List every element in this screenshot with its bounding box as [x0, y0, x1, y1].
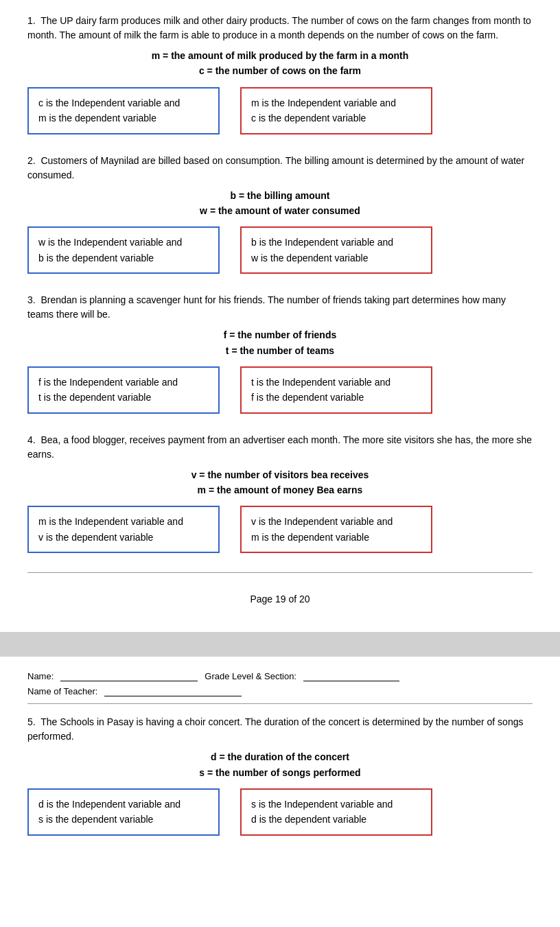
q3-number: 3. — [27, 294, 36, 305]
q5-red-line1: s is the Independent variable and — [251, 797, 421, 812]
name-line: Name: Grade Level & Section: — [27, 670, 533, 681]
question-4: 4. Bea, a food blogger, receives payment… — [27, 433, 533, 554]
q5-red-line2: d is the dependent variable — [251, 812, 421, 827]
q3-red-line2: f is the dependent variable — [251, 390, 421, 405]
q3-blue-line1: f is the Independent variable and — [38, 375, 209, 390]
q3-choice-red[interactable]: t is the Independent variable and f is t… — [240, 366, 432, 414]
q5-choice-blue[interactable]: d is the Independent variable and s is t… — [27, 788, 220, 836]
q5-text: The Schools in Pasay is having a choir c… — [27, 716, 523, 742]
q4-choices: m is the Independent variable and v is t… — [27, 506, 533, 553]
grade-field[interactable] — [303, 670, 399, 681]
q3-definitions: f = the number of friends t = the number… — [27, 327, 533, 358]
q2-text: Customers of Maynilad are billed based o… — [27, 155, 524, 180]
footer-divider — [27, 703, 533, 704]
page-divider-top — [27, 572, 533, 573]
footer-section: Name: Grade Level & Section: Name of Tea… — [0, 657, 560, 836]
q2-definitions: b = the billing amount w = the amount of… — [27, 188, 533, 219]
q4-number: 4. — [27, 434, 36, 445]
q3-red-line1: t is the Independent variable and — [251, 375, 421, 390]
q5-blue-line2: s is the dependent variable — [38, 812, 209, 827]
q1-definitions: m = the amount of milk produced by the f… — [27, 48, 533, 79]
q1-choice-blue[interactable]: c is the Independent variable and m is t… — [27, 87, 220, 134]
q1-blue-line2: m is the dependent variable — [38, 110, 209, 126]
name-label: Name: — [27, 671, 54, 681]
q4-choice-red[interactable]: v is the Independent variable and m is t… — [240, 506, 432, 553]
q1-blue-line1: c is the Independent variable and — [38, 95, 209, 110]
q2-choices: w is the Independent variable and b is t… — [27, 226, 533, 274]
q3-text: Brendan is planning a scavenger hunt for… — [27, 294, 506, 320]
q1-red-line2: c is the dependent variable — [251, 110, 421, 126]
question-2: 2. Customers of Maynilad are billed base… — [27, 154, 533, 274]
q2-red-line1: b is the Independent variable and — [251, 235, 421, 250]
page-main: 1. The UP dairy farm produces milk and o… — [0, 0, 560, 632]
teacher-label: Name of Teacher: — [27, 686, 97, 696]
q3-choice-blue[interactable]: f is the Independent variable and t is t… — [27, 366, 220, 414]
name-field[interactable] — [60, 670, 198, 681]
q2-red-line2: w is the dependent variable — [251, 250, 421, 266]
q2-choice-blue[interactable]: w is the Independent variable and b is t… — [27, 226, 220, 274]
q1-red-line1: m is the Independent variable and — [251, 95, 421, 110]
q4-red-line1: v is the Independent variable and — [251, 514, 421, 529]
q2-blue-line2: b is the dependent variable — [38, 250, 209, 266]
question-1: 1. The UP dairy farm produces milk and o… — [27, 14, 533, 134]
gray-band — [0, 632, 560, 657]
q4-choice-blue[interactable]: m is the Independent variable and v is t… — [27, 506, 220, 553]
grade-label: Grade Level & Section: — [205, 671, 296, 681]
question-3: 3. Brendan is planning a scavenger hunt … — [27, 293, 533, 414]
q4-text: Bea, a food blogger, receives payment fr… — [27, 434, 532, 460]
q1-text: The UP dairy farm produces milk and othe… — [27, 15, 531, 40]
q1-number: 1. — [27, 15, 36, 26]
question-5: 5. The Schools in Pasay is having a choi… — [27, 715, 533, 836]
q2-choice-red[interactable]: b is the Independent variable and w is t… — [240, 226, 432, 274]
q5-choice-red[interactable]: s is the Independent variable and d is t… — [240, 788, 432, 836]
q3-blue-line2: t is the dependent variable — [38, 390, 209, 405]
q2-blue-line1: w is the Independent variable and — [38, 235, 209, 250]
q5-definitions: d = the duration of the concert s = the … — [27, 749, 533, 780]
q1-choice-red[interactable]: m is the Independent variable and c is t… — [240, 87, 432, 134]
teacher-line: Name of Teacher: — [27, 685, 533, 696]
q4-red-line2: m is the dependent variable — [251, 530, 421, 545]
q5-blue-line1: d is the Independent variable and — [38, 797, 209, 812]
q5-number: 5. — [27, 716, 36, 727]
q4-blue-line1: m is the Independent variable and — [38, 514, 209, 529]
q4-definitions: v = the number of visitors bea receives … — [27, 467, 533, 498]
q4-blue-line2: v is the dependent variable — [38, 530, 209, 545]
q3-choices: f is the Independent variable and t is t… — [27, 366, 533, 414]
teacher-field[interactable] — [104, 685, 242, 696]
page-number: Page 19 of 20 — [27, 594, 533, 605]
q5-choices: d is the Independent variable and s is t… — [27, 788, 533, 836]
q2-number: 2. — [27, 155, 36, 166]
q1-choices: c is the Independent variable and m is t… — [27, 87, 533, 134]
